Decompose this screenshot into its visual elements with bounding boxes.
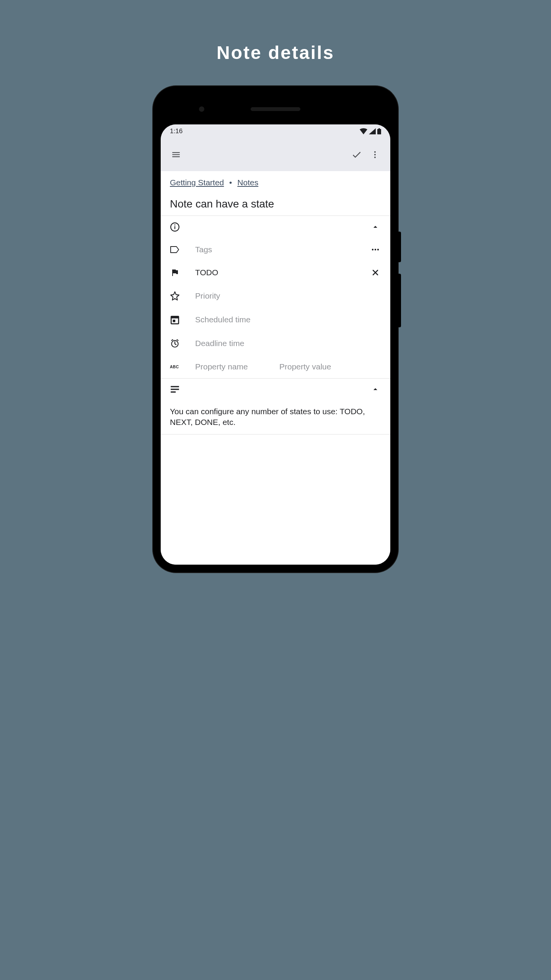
svg-rect-0 <box>377 129 381 134</box>
hamburger-icon <box>171 150 181 160</box>
clear-state-button[interactable] <box>370 268 381 277</box>
confirm-button[interactable] <box>347 145 366 164</box>
metadata-section-header[interactable] <box>161 216 390 238</box>
svg-text:ABC: ABC <box>170 365 179 369</box>
close-icon <box>371 268 380 277</box>
overflow-menu-button[interactable] <box>366 145 384 164</box>
svg-rect-13 <box>173 320 176 322</box>
phone-side-button <box>398 232 401 262</box>
state-value: TODO <box>195 268 354 277</box>
app-bar <box>161 138 390 171</box>
svg-point-2 <box>374 151 376 153</box>
svg-point-4 <box>374 157 376 158</box>
tag-icon <box>170 245 180 254</box>
scheduled-row[interactable]: Scheduled time <box>161 308 390 332</box>
info-icon <box>170 222 180 232</box>
tags-row[interactable]: Tags <box>161 238 390 261</box>
svg-rect-16 <box>171 386 179 387</box>
note-title-field[interactable]: Note can have a state <box>161 191 390 216</box>
breadcrumb: Getting Started • Notes <box>161 171 390 191</box>
cellular-icon <box>369 128 376 134</box>
status-icons <box>360 128 381 134</box>
breadcrumb-link-notes[interactable]: Notes <box>237 178 258 187</box>
state-row[interactable]: TODO <box>161 261 390 284</box>
alarm-icon <box>170 338 180 348</box>
svg-rect-17 <box>171 389 179 390</box>
phone-frame: 1:16 Getting Started <box>153 86 398 572</box>
chevron-up-icon <box>371 385 380 394</box>
abc-icon: ABC <box>170 364 180 369</box>
priority-row[interactable]: Priority <box>161 284 390 308</box>
status-bar: 1:16 <box>161 124 390 138</box>
menu-button[interactable] <box>167 145 185 164</box>
flag-icon <box>170 268 180 277</box>
property-row[interactable]: ABC Property name Property value <box>161 355 390 378</box>
collapse-metadata-button[interactable] <box>370 222 381 232</box>
svg-point-10 <box>377 249 379 250</box>
phone-camera <box>199 106 204 112</box>
note-body[interactable]: You can configure any number of states t… <box>161 400 390 434</box>
chevron-up-icon <box>371 222 380 232</box>
deadline-placeholder: Deadline time <box>195 339 354 348</box>
svg-rect-1 <box>378 128 380 129</box>
wifi-icon <box>360 128 367 134</box>
tags-more-button[interactable] <box>370 245 381 254</box>
phone-speaker <box>251 107 300 111</box>
breadcrumb-link-getting-started[interactable]: Getting Started <box>170 178 224 187</box>
status-time: 1:16 <box>170 127 183 135</box>
phone-screen: 1:16 Getting Started <box>161 124 390 565</box>
dots-horizontal-icon <box>370 245 380 254</box>
svg-point-8 <box>372 249 373 250</box>
property-name-placeholder[interactable]: Property name <box>195 362 264 371</box>
svg-rect-18 <box>171 391 176 392</box>
star-icon <box>170 291 180 301</box>
page-title: Note details <box>217 42 334 63</box>
breadcrumb-separator: • <box>229 178 232 187</box>
svg-rect-6 <box>174 226 175 229</box>
svg-point-7 <box>174 224 176 225</box>
calendar-icon <box>170 315 180 325</box>
scheduled-placeholder: Scheduled time <box>195 315 354 324</box>
deadline-row[interactable]: Deadline time <box>161 332 390 355</box>
battery-icon <box>377 128 381 134</box>
phone-side-button <box>398 274 401 327</box>
svg-point-3 <box>374 154 376 155</box>
phone-notch <box>161 94 390 124</box>
svg-rect-12 <box>171 316 179 318</box>
check-icon <box>351 149 362 160</box>
content-area: Getting Started • Notes Note can have a … <box>161 171 390 565</box>
dots-vertical-icon <box>370 150 380 159</box>
content-section-header[interactable] <box>161 379 390 400</box>
tags-placeholder: Tags <box>195 245 354 254</box>
priority-placeholder: Priority <box>195 291 354 301</box>
notes-icon <box>170 385 180 394</box>
property-value-placeholder[interactable]: Property value <box>279 362 381 371</box>
svg-point-9 <box>375 249 376 250</box>
collapse-content-button[interactable] <box>370 385 381 394</box>
